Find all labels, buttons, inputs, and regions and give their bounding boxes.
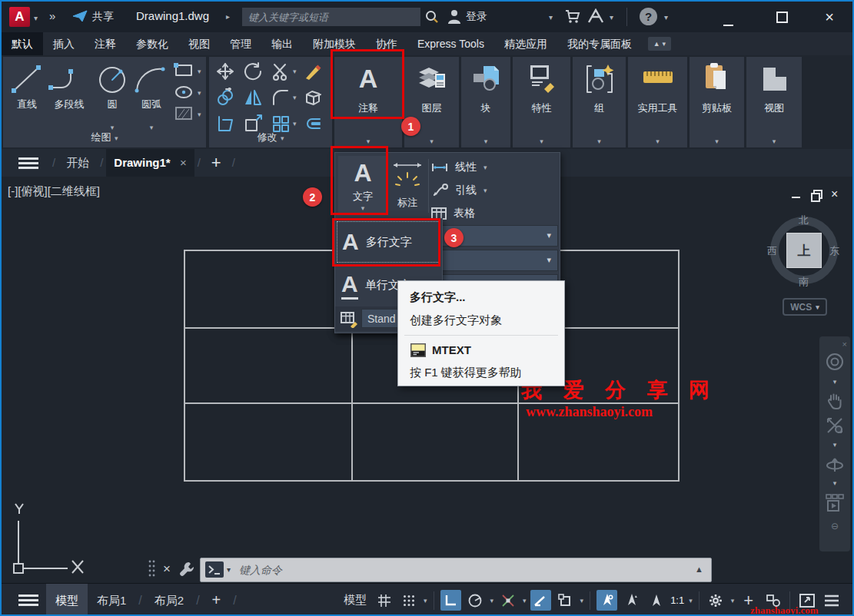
snap-flyout-icon[interactable]: ▾: [424, 597, 427, 604]
command-line-bar[interactable]: ▾ ▲: [200, 558, 712, 582]
zoom-extents-icon[interactable]: [826, 416, 844, 435]
app-menu-caret-icon[interactable]: ▾: [34, 14, 38, 22]
viewcube-west[interactable]: 西: [767, 244, 777, 258]
navbar-minimize-icon[interactable]: ⊖: [831, 521, 839, 532]
dyn-flyout-icon[interactable]: ▾: [580, 597, 584, 604]
layout-tab-model[interactable]: 模型: [46, 584, 88, 616]
command-wrench-icon[interactable]: [178, 561, 195, 578]
rotate-tool[interactable]: [243, 61, 263, 81]
hatch-tool[interactable]: [174, 106, 194, 121]
command-history-icon[interactable]: ▲: [695, 565, 703, 574]
panel-view[interactable]: 视图 ▾: [746, 57, 802, 147]
command-input[interactable]: [238, 559, 671, 581]
leader-flyout-icon[interactable]: ▾: [483, 187, 487, 194]
circle-tool[interactable]: 圆 ▾: [95, 63, 129, 111]
panel-clipboard[interactable]: 剪贴板 ▾: [690, 57, 744, 147]
annotation-autoscale-toggle[interactable]: [621, 590, 642, 611]
panel-properties[interactable]: 特性 ▾: [513, 57, 570, 147]
fillet-flyout-icon[interactable]: ▾: [293, 94, 297, 101]
annotation-visibility-toggle[interactable]: [596, 590, 617, 611]
layout-tab-layout1[interactable]: 布局1: [88, 584, 135, 616]
customization-gear-icon[interactable]: [706, 590, 726, 611]
cart-icon[interactable]: [565, 9, 580, 24]
wcs-selector[interactable]: WCS▾: [783, 298, 827, 316]
panel-title-draw[interactable]: 绘图 ▾: [3, 131, 206, 144]
command-close-icon[interactable]: ×: [163, 561, 171, 577]
ribbon-tab-manage[interactable]: 管理: [220, 32, 261, 55]
fillet-tool[interactable]: [271, 88, 291, 108]
linear-flyout-icon[interactable]: ▾: [483, 164, 487, 171]
close-button[interactable]: ×: [818, 8, 841, 26]
drawing-line[interactable]: [678, 250, 680, 482]
box-tool[interactable]: [303, 88, 323, 108]
orbit-flyout-icon[interactable]: ▾: [833, 479, 837, 487]
properties-flyout-icon[interactable]: ▾: [513, 137, 570, 145]
command-drag-handle[interactable]: [148, 559, 155, 579]
rectangle-flyout-icon[interactable]: ▾: [198, 68, 201, 75]
osnap-flyout-icon[interactable]: ▾: [523, 597, 527, 604]
drawing-line[interactable]: [184, 480, 680, 482]
annotation-scale-icon[interactable]: [646, 590, 666, 611]
user-icon[interactable]: [447, 8, 461, 24]
navigation-wheel-icon[interactable]: [825, 352, 845, 372]
new-layout-button[interactable]: +: [203, 584, 231, 616]
annotation-flyout-icon[interactable]: ▾: [334, 137, 402, 145]
gear-flyout-icon[interactable]: ▾: [731, 597, 735, 604]
new-tab-button[interactable]: +: [204, 149, 229, 177]
autodesk-logo-icon[interactable]: [587, 8, 604, 24]
trim-tool[interactable]: [271, 61, 291, 81]
tab-drawing1[interactable]: Drawing1* ×: [106, 149, 194, 177]
scale-flyout-icon[interactable]: ▾: [689, 597, 693, 604]
line-tool[interactable]: 直线: [9, 63, 45, 111]
login-label[interactable]: 登录: [466, 10, 487, 24]
maximize-button[interactable]: [770, 12, 793, 25]
share-label[interactable]: 共享: [92, 10, 114, 24]
ortho-toggle[interactable]: [440, 590, 461, 611]
ucs-icon[interactable]: [12, 499, 89, 579]
search-caret-icon[interactable]: ▸: [226, 12, 230, 21]
erase-tool[interactable]: [303, 61, 323, 81]
object-snap-toggle[interactable]: [497, 590, 518, 611]
copy-tool[interactable]: [215, 88, 235, 108]
viewport-restore-icon[interactable]: [811, 190, 820, 199]
viewport-minimize-icon[interactable]: [792, 187, 800, 201]
drawing-line[interactable]: [184, 250, 185, 482]
showmotion-icon[interactable]: [825, 493, 845, 515]
hatch-flyout-icon[interactable]: ▾: [198, 111, 201, 118]
share-plane-icon[interactable]: [72, 10, 88, 22]
clipboard-flyout-icon[interactable]: ▾: [690, 137, 744, 145]
search-input[interactable]: [242, 8, 420, 26]
viewcube-top-face[interactable]: 上: [786, 233, 822, 268]
table-item[interactable]: 表格: [430, 204, 553, 224]
layout-tab-layout2[interactable]: 布局2: [145, 584, 193, 616]
polar-flyout-icon[interactable]: ▾: [490, 597, 494, 604]
layers-flyout-icon[interactable]: ▾: [404, 137, 459, 145]
isodraft-toggle[interactable]: [530, 590, 551, 611]
autodesk-caret-icon[interactable]: ▾: [610, 13, 613, 22]
orbit-icon[interactable]: [825, 455, 845, 473]
panel-title-modify[interactable]: 修改 ▾: [209, 131, 332, 144]
ellipse-tool[interactable]: [174, 84, 194, 100]
polyline-tool[interactable]: 多段线: [46, 63, 92, 111]
layout-menu-icon[interactable]: [18, 592, 38, 608]
quick-access-expand-icon[interactable]: »: [49, 9, 55, 22]
viewcube-east[interactable]: 东: [829, 244, 839, 258]
viewport-controls[interactable]: [-][俯视][二维线框]: [8, 184, 100, 199]
dimension-tool-button[interactable]: 标注: [389, 156, 426, 214]
panel-block[interactable]: 块 ▾: [461, 57, 510, 147]
viewcube-south[interactable]: 南: [799, 275, 809, 289]
ribbon-tab-my-panel[interactable]: 我的专属面板: [557, 32, 642, 55]
tab-close-icon[interactable]: ×: [180, 156, 187, 169]
login-caret-icon[interactable]: ▾: [549, 13, 553, 22]
navbar-close-icon[interactable]: ×: [842, 339, 847, 349]
model-space-button[interactable]: 模型: [344, 593, 367, 608]
annotation-scale-value[interactable]: 1:1: [670, 594, 684, 606]
wheel-flyout-icon[interactable]: ▾: [833, 378, 837, 386]
help-caret-icon[interactable]: ▾: [664, 13, 668, 22]
block-flyout-icon[interactable]: ▾: [461, 137, 510, 145]
polar-tracking-toggle[interactable]: [465, 590, 486, 611]
viewcube-north[interactable]: 北: [799, 214, 809, 227]
panel-utilities[interactable]: 实用工具 ▾: [628, 57, 687, 147]
panel-group[interactable]: 组 ▾: [573, 57, 626, 147]
leader-item[interactable]: 引线▾: [430, 180, 553, 200]
